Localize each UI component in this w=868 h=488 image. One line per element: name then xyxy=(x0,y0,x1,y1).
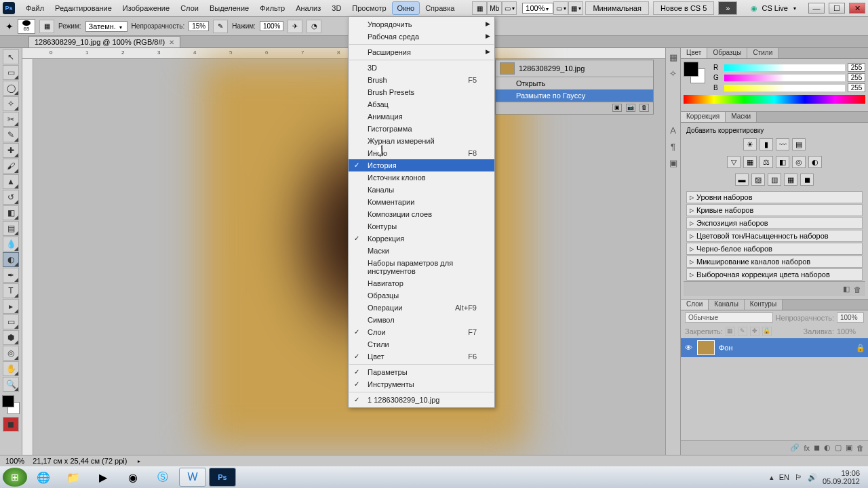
adj-vibrance-icon[interactable]: ▽ xyxy=(727,156,741,168)
arrange-docs-button[interactable]: ▦▾ xyxy=(568,1,583,15)
adj-layer-icon[interactable]: ◐ xyxy=(824,443,831,452)
lock-all-icon[interactable]: 🔒 xyxy=(762,327,772,336)
spectrum-bar[interactable] xyxy=(684,95,865,104)
adj-brightness-icon[interactable]: ☀ xyxy=(743,138,757,150)
launch-bridge-button[interactable]: ▦ xyxy=(472,1,487,15)
type-tool[interactable]: T xyxy=(3,283,19,298)
menu-analysis[interactable]: Анализ xyxy=(290,1,326,15)
menu-item-маски[interactable]: Маски xyxy=(349,245,494,257)
quick-select-tool[interactable]: ✧ xyxy=(3,96,19,111)
menu-layers[interactable]: Слои xyxy=(175,1,204,15)
maximize-button[interactable]: ☐ xyxy=(829,3,845,14)
menu-item-инструменты[interactable]: ✓Инструменты xyxy=(349,378,494,390)
r-slider[interactable] xyxy=(724,64,845,71)
layer-thumbnail[interactable] xyxy=(697,340,715,355)
color-tab[interactable]: Цвет xyxy=(681,48,707,58)
tool-preset-icon[interactable]: ✦ xyxy=(5,21,14,32)
crop-tool[interactable]: ✂ xyxy=(3,112,19,127)
history-newdoc-icon[interactable]: ▣ xyxy=(612,104,622,112)
adj-hue-icon[interactable]: ▦ xyxy=(743,156,757,168)
marquee-tool[interactable]: ▭ xyxy=(3,65,19,80)
visibility-icon[interactable]: 👁 xyxy=(684,344,693,352)
shape-tool[interactable]: ▭ xyxy=(3,314,19,329)
menu-item-рабочая-среда[interactable]: Рабочая среда▶ xyxy=(349,30,494,43)
adj-exposure-icon[interactable]: ▤ xyxy=(792,138,806,150)
adj-bw-icon[interactable]: ◧ xyxy=(776,156,789,168)
minimize-button[interactable]: — xyxy=(808,3,825,14)
adj-selective-icon[interactable]: ◼ xyxy=(800,174,814,186)
adj-levels-icon[interactable]: ▮ xyxy=(760,138,773,150)
taskbar-explorer-icon[interactable]: 📁 xyxy=(60,468,87,487)
history-snapshot-icon[interactable]: 📷 xyxy=(626,104,635,112)
preset-item[interactable]: ▷Кривые наборов xyxy=(686,204,863,216)
menu-item-гистограмма[interactable]: Гистограмма xyxy=(349,123,494,135)
zoom-field[interactable]: 100%▾ xyxy=(522,3,553,14)
adj-trash-icon[interactable]: 🗑 xyxy=(854,285,861,293)
menu-item-символ[interactable]: Символ xyxy=(349,314,494,326)
tray-flag-icon[interactable]: 🏳 xyxy=(795,473,802,481)
group-icon[interactable]: ▢ xyxy=(835,443,842,452)
history-doc-row[interactable]: 1286308299_10.jpg xyxy=(496,60,653,77)
color-fg-swatch[interactable] xyxy=(684,62,698,77)
menu-item-наборы-параметров-для-инструментов[interactable]: Наборы параметров для инструментов xyxy=(349,257,494,277)
history-step[interactable]: Размытие по Гауссу xyxy=(496,89,653,102)
adj-invert-icon[interactable]: ▬ xyxy=(735,174,749,186)
airbrush-button[interactable]: ✈ xyxy=(288,20,302,33)
brush-preview[interactable]: 65 xyxy=(18,19,35,34)
tray-volume-icon[interactable]: 🔊 xyxy=(808,473,817,482)
history-trash-icon[interactable]: 🗑 xyxy=(639,104,649,112)
menu-item-навигатор[interactable]: Навигатор xyxy=(349,277,494,289)
layer-row[interactable]: 👁 Фон 🔒 xyxy=(681,338,868,357)
g-slider[interactable] xyxy=(724,75,845,81)
fill-field[interactable]: 100% xyxy=(837,327,864,336)
path-select-tool[interactable]: ▸ xyxy=(3,299,19,314)
taskbar-mediaplayer-icon[interactable]: ▶ xyxy=(90,468,117,487)
stamp-tool[interactable]: ▲ xyxy=(3,174,19,189)
taskbar-photoshop-icon[interactable]: Ps xyxy=(209,468,236,487)
adj-balance-icon[interactable]: ⚖ xyxy=(760,156,773,168)
hand-tool[interactable]: ✋ xyxy=(3,361,19,376)
new-layer-icon[interactable]: ▣ xyxy=(846,443,852,452)
status-zoom[interactable]: 100% xyxy=(5,457,24,465)
g-value[interactable]: 255 xyxy=(848,73,865,82)
menu-window[interactable]: Окно xyxy=(392,1,420,15)
menu-item-источник-клонов[interactable]: Источник клонов xyxy=(349,171,494,184)
lock-pixels-icon[interactable]: ✎ xyxy=(738,327,747,336)
taskbar-chrome-icon[interactable]: ◉ xyxy=(119,468,146,487)
eraser-tool[interactable]: ◧ xyxy=(3,205,19,220)
paths-tab[interactable]: Контуры xyxy=(745,300,783,310)
layers-tab[interactable]: Слои xyxy=(681,300,709,310)
r-value[interactable]: 255 xyxy=(848,63,865,72)
taskbar-skype-icon[interactable]: Ⓢ xyxy=(149,468,176,487)
menu-view[interactable]: Просмотр xyxy=(347,1,391,15)
menu-item-абзац[interactable]: Абзац xyxy=(349,98,494,110)
preset-item[interactable]: ▷Экспозиция наборов xyxy=(686,217,863,229)
move-tool[interactable]: ↖ xyxy=(3,49,19,64)
blend-mode-select[interactable]: Затемн. ▾ xyxy=(85,21,127,32)
layer-opacity-field[interactable]: 100% xyxy=(837,312,864,323)
tray-lang[interactable]: EN xyxy=(779,473,789,481)
menu-edit[interactable]: Редактирование xyxy=(50,1,117,15)
link-layers-icon[interactable]: 🔗 xyxy=(790,443,800,452)
pen-tool[interactable]: ✒ xyxy=(3,268,19,283)
3d-tool[interactable]: ⬢ xyxy=(3,330,19,345)
screen-mode-button[interactable]: ▭▾ xyxy=(553,1,568,15)
workspace-minimal[interactable]: Минимальная xyxy=(585,1,649,15)
start-button[interactable]: ⊞ xyxy=(3,468,27,487)
menu-item-расширения[interactable]: Расширения▶ xyxy=(349,46,494,58)
color-swatches[interactable] xyxy=(2,395,20,414)
menu-select[interactable]: Выделение xyxy=(204,1,254,15)
b-slider[interactable] xyxy=(724,85,845,92)
adj-clip-icon[interactable]: ◧ xyxy=(843,285,850,293)
channels-tab[interactable]: Каналы xyxy=(709,300,745,310)
foreground-swatch[interactable] xyxy=(2,395,14,407)
menu-3d[interactable]: 3D xyxy=(326,1,347,15)
close-button[interactable]: ✕ xyxy=(849,3,865,14)
taskbar-ie-icon[interactable]: 🌐 xyxy=(30,468,57,487)
menu-item-параметры[interactable]: ✓Параметры xyxy=(349,366,494,378)
preset-item[interactable]: ▷Черно-белое наборов xyxy=(686,243,863,255)
cslive-icon[interactable]: ◉ xyxy=(751,4,757,13)
preset-item[interactable]: ▷Уровни наборов xyxy=(686,191,863,203)
menu-item-1-1286308299_10.jpg[interactable]: ✓1 1286308299_10.jpg xyxy=(349,394,494,406)
history-brush-tool[interactable]: ↺ xyxy=(3,190,19,205)
